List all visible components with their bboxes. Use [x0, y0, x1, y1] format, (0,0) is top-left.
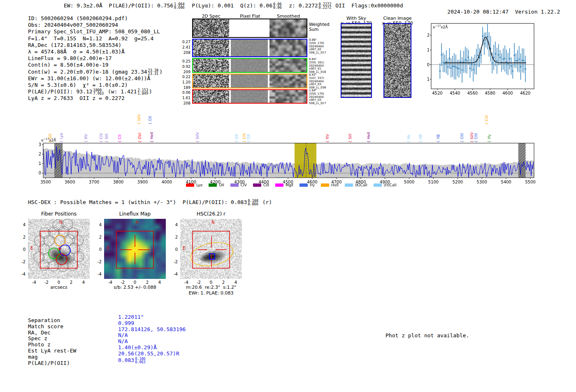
legend-swatch [345, 183, 353, 187]
match-table-label: P(LAE)/P(OII) [28, 360, 76, 366]
header-supsub: 0.22720.2272 [319, 2, 332, 9]
match-table-label: Est LyA rest-EW [28, 348, 76, 354]
spec2d-row-meta: 0.91"(547, 337)20240404v007_03508_LL_036 [309, 74, 334, 90]
match-table-labels: SeparationMatch scoreRA, DecSpec zPhoto … [28, 318, 76, 366]
hscdex-sub: 0.066 [248, 202, 258, 206]
spec2d-stat: 1.61 [180, 95, 190, 101]
header-sub: 0.606 [174, 6, 185, 9]
match-table-values: 1.22011"0.999172.814126, 50.583196N/AN/A… [118, 314, 186, 364]
header-sub: 0.06 [273, 6, 281, 9]
match-table-label: Separation [28, 318, 76, 324]
fiber-positions-canvas [28, 219, 90, 279]
match-value-text: 1.22011" [118, 314, 144, 320]
info-line-text: F=1.4" T=0.155 N=1.12 A=0.92 g=25.4 [28, 35, 153, 42]
legend-label: Hγ [310, 183, 315, 187]
spec2d-row [192, 74, 307, 88]
compass-north-label: N [135, 220, 138, 225]
spec2d-stat: 208 [180, 101, 190, 106]
info-line-text: LineFlux = 9.80(±2.00)e-17 [28, 55, 112, 61]
hsc-cutout-canvas [180, 219, 242, 279]
cutout-ytick-label: 0 [169, 247, 178, 252]
info-line-text: S/N = 5.3(±0.6) χ² = 1.0(±0.2) [28, 82, 128, 88]
legend-item: (K)CaII [345, 183, 367, 187]
spec2d-stat: 0.22 [180, 74, 190, 80]
info-line-text: P(LAE)/P(OII): 93.12 [28, 88, 93, 95]
info-line-text: λ = 4574.88Å σ = 4.50(±1.03)Å [28, 49, 125, 55]
detection-info-line: Primary Spec_Slot_IFU_AMP: 508_059_080_L… [28, 28, 176, 35]
legend-label: CIII [263, 183, 269, 187]
match-table-label: mag [28, 354, 76, 360]
legend-swatch [230, 183, 239, 187]
detection-info-line: Cont(n) = 8.50(±4.00)e-19 [28, 62, 176, 68]
pixelflat-strip [231, 59, 268, 72]
detection-info-line: S/N = 5.3(±0.6) χ² = 1.0(±0.2) [28, 82, 176, 88]
spec2d-meta-line: 508_LL_017 [309, 102, 334, 105]
spec2d-strip [193, 90, 229, 103]
spec2d-row [192, 19, 307, 38]
compass-north-label: N [211, 220, 214, 225]
smoothed-strip [269, 19, 307, 37]
detection-info-line: λ = 4574.88Å σ = 4.50(±1.03)Å [28, 49, 176, 55]
fiber-xlabel: arcsecs [50, 285, 67, 290]
report-timestamp: 2024-10-20 08:12:47 Version 1.22.2 [434, 2, 560, 21]
match-table-label: Photo z [28, 342, 76, 348]
cutout-ytick-label: -2 [16, 260, 26, 264]
cutout-xtick-label: 0 [210, 280, 212, 285]
info-line-text: Cont(w) = 2.20(±0.07)e-18 (gmag 23.34 [28, 69, 147, 75]
cutout-xtick-label: 2 [222, 280, 225, 285]
cutout-xtick-label: 0 [134, 280, 136, 285]
pixelflat-strip [231, 19, 268, 37]
inset-fit-canvas [427, 20, 539, 98]
cutout-xtick-label: -2 [197, 280, 201, 285]
smoothed-strip [269, 59, 307, 72]
match-table-value: 1.22011" [118, 314, 186, 320]
hscdex-text: (r) [259, 199, 272, 205]
cutout-ytick-label: -2 [93, 260, 102, 264]
match-value-text: 0.083 [118, 357, 134, 363]
spec2d-strip [193, 39, 229, 56]
pixelflat-strip [231, 74, 268, 88]
header-text: P(Lyα): 0.001 Q(z): 0.06 [186, 2, 272, 9]
header-sub: 0.2272 [319, 6, 332, 9]
cutout-xtick-label: 4 [235, 280, 237, 285]
match-table-value: 20.56(20.55,20.57)R [118, 351, 186, 357]
hscdex-supsub: 0.1080.066 [248, 199, 258, 206]
spec2d-row-meta: 0.84"(550, 161)20240404v007_01508_LL_016 [309, 58, 334, 74]
info-line-text: Cont(n) = 8.50(±4.00)e-19 [28, 62, 109, 68]
match-value-supsub: 0.1060.063 [135, 357, 146, 364]
hscdex-match-header: HSC-DEX : Possible Matches = 1 (within +… [28, 199, 272, 206]
legend-item: HeII [321, 183, 339, 187]
cutout-xtick-label: 2 [146, 280, 149, 285]
fiber-positions-title: Fiber Positions [41, 211, 77, 217]
smoothed-strip [269, 39, 307, 56]
match-table-value: 1.40(±0.29)Å [118, 345, 186, 351]
spec2d-weighted-label: WeightedSum [309, 22, 334, 32]
detection-info-line: Cont(w) = 2.20(±0.07)e-18 (gmag 23.3423.… [28, 69, 176, 75]
spec2d-stat: 0.06 [180, 90, 190, 95]
smoothed-strip [269, 90, 307, 103]
cutout-ytick-label: 4 [93, 223, 102, 227]
match-value-text: 20.56(20.55,20.57)R [118, 350, 179, 357]
with-sky-canvas [341, 24, 371, 97]
compass-east-label: E [107, 246, 109, 251]
legend-swatch [374, 183, 382, 187]
header-text: OII Flags:0x0000000d [332, 2, 403, 9]
lineflux-map-title: Lineflux Map [119, 211, 151, 217]
cutout-xtick-label: -4 [32, 280, 36, 285]
legend-item: CIV [230, 183, 247, 187]
legend-swatch [300, 183, 308, 187]
spec2d-meta-line: Sum [309, 27, 334, 32]
detection-info-block: ID: 5002060294 (5002060294.pdf)Obs: 2024… [28, 15, 176, 102]
legend-swatch [186, 183, 194, 187]
spec2d-row [192, 58, 307, 73]
detection-info-line: LineFlux = 9.80(±2.00)e-17 [28, 55, 176, 62]
pixelflat-strip [231, 90, 268, 103]
spec2d-stat: 0.92 [180, 64, 190, 70]
spec2d-stat: 208 [180, 50, 190, 56]
detection-info-line: EWr = 31.00(±16.00) (w: 12.00(±2.40))Å [28, 75, 176, 82]
match-value-text: 1.40(±0.29)Å [118, 344, 157, 350]
detection-info-line: F=1.4" T=0.155 N=1.12 A=0.92 g=25.4 [28, 35, 176, 42]
spec2d-row [192, 39, 307, 57]
info-line-text: (w: 1.421 [105, 88, 137, 95]
clean-image-canvas [384, 24, 411, 97]
